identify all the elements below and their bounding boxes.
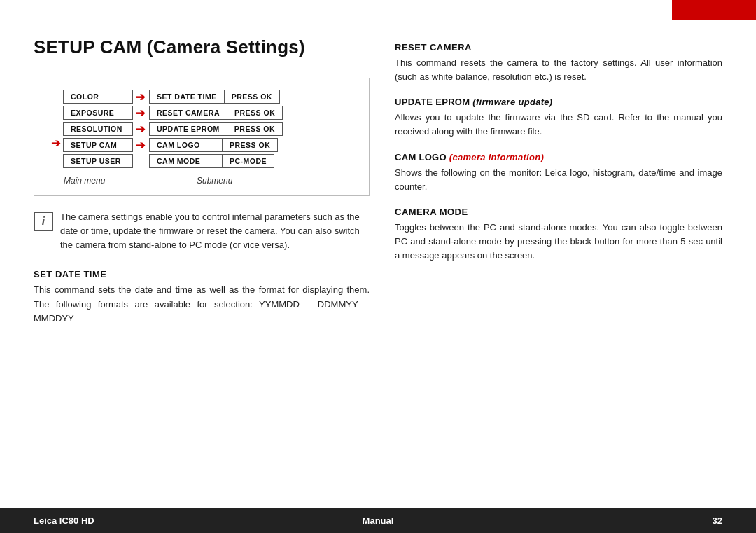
submenu-item-cam-logo: CAM LOGO [149,138,223,152]
selected-arrow-icon: ➔ [51,137,60,150]
top-accent [672,0,756,20]
arrow-icon: ➔ [136,139,145,152]
section-heading-cam-logo: CAM LOGO (camera information) [395,152,722,162]
submenu-action-press-ok-4: PRESS OK [222,138,278,152]
main-menu-col: COLOR ➔ EXPOSURE ➔ RESOLUTION ➔ SETUP [63,90,148,170]
section-heading-update-eprom-main: UPDATE EPROM [395,97,470,107]
list-item: CAM MODE PC-MODE [149,154,283,168]
menu-labels: Main menu Submenu [48,176,355,186]
list-item: CAM LOGO PRESS OK [149,138,283,152]
content-area: SETUP CAM (Camera Settings) ➔ COLOR ➔ [0,0,756,354]
submenu-action-press-ok-2: PRESS OK [227,106,283,120]
right-column: RESET CAMERA This command resets the cam… [395,36,722,326]
section-body-reset-camera: This command resets the camera to the fa… [395,56,722,84]
list-item: SET DATE TIME PRESS OK [149,90,283,104]
list-item: EXPOSURE ➔ [63,106,148,120]
menu-item-resolution: RESOLUTION [63,122,133,136]
section-body-camera-mode: Toggles between the PC and stand-alone m… [395,221,722,263]
menu-item-color: COLOR [63,90,133,104]
section-body-cam-logo: Shows the following on the monitor: Leic… [395,166,722,194]
footer: Leica IC80 HD Manual 32 [0,508,756,533]
left-column: SETUP CAM (Camera Settings) ➔ COLOR ➔ [34,36,370,326]
section-heading-camera-mode: CAMERA MODE [395,207,722,217]
selected-arrow-col: ➔ [48,90,60,150]
menu-diagram-inner: ➔ COLOR ➔ EXPOSURE ➔ RESOLUTION [48,90,355,170]
list-item: COLOR ➔ [63,90,148,104]
menu-item-setup-user: SETUP USER [63,154,133,168]
info-text: The camera settings enable you to contro… [60,210,370,252]
submenu-col: SET DATE TIME PRESS OK RESET CAMERA PRES… [149,90,283,170]
menu-item-exposure: EXPOSURE [63,106,133,120]
info-icon: i [34,212,53,231]
menu-item-setup-cam: SETUP CAM [63,138,133,152]
arrow-icon: ➔ [136,90,145,104]
arrow-icon: ➔ [136,106,145,120]
submenu-item-set-date-time: SET DATE TIME [149,90,225,104]
submenu-item-cam-mode: CAM MODE [149,154,223,168]
section-heading-update-eprom-suffix: (firmware update) [470,97,552,107]
page-title: SETUP CAM (Camera Settings) [34,36,370,58]
submenu-action-press-ok-3: PRESS OK [227,122,283,136]
arrow-icon: ➔ [136,123,145,136]
list-item: RESET CAMERA PRESS OK [149,106,283,120]
footer-center: Manual [263,515,493,526]
section-body-set-date-time: This command sets the date and time as w… [34,283,370,325]
info-box: i The camera settings enable you to cont… [34,209,370,254]
footer-right: 32 [493,515,722,526]
section-heading-update-eprom: UPDATE EPROM (firmware update) [395,97,722,107]
section-body-update-eprom: Allows you to update the firmware via th… [395,111,722,139]
submenu-item-update-eprom: UPDATE EPROM [149,122,227,136]
list-item: UPDATE EPROM PRESS OK [149,122,283,136]
section-heading-set-date-time: SET DATE TIME [34,269,370,279]
menu-diagram: ➔ COLOR ➔ EXPOSURE ➔ RESOLUTION [34,78,370,196]
submenu-label: Submenu [197,176,232,186]
submenu-action-pc-mode: PC-MODE [222,154,274,168]
submenu-item-reset-camera: RESET CAMERA [149,106,227,120]
section-heading-cam-logo-suffix: (camera information) [447,152,544,162]
list-item: SETUP CAM ➔ [63,138,148,152]
list-item: RESOLUTION ➔ [63,122,148,136]
submenu-action-press-ok-1: PRESS OK [224,90,280,104]
footer-left: Leica IC80 HD [34,515,263,526]
section-heading-reset-camera: RESET CAMERA [395,42,722,53]
list-item: SETUP USER [63,154,148,168]
main-menu-label: Main menu [64,176,155,186]
section-heading-cam-logo-main: CAM LOGO [395,152,447,162]
page-wrapper: SETUP CAM (Camera Settings) ➔ COLOR ➔ [0,0,756,533]
